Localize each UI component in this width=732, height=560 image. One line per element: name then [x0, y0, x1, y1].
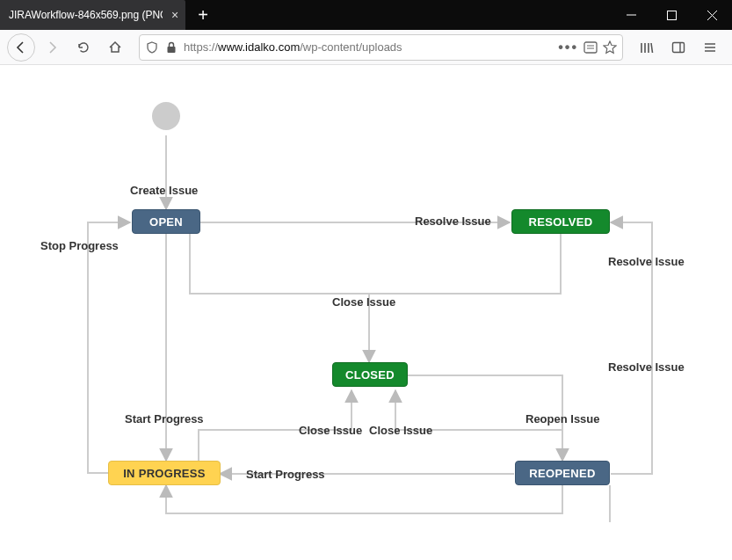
svg-rect-2 [584, 42, 597, 53]
shield-icon[interactable] [145, 40, 159, 55]
tab-title: JIRAWorkflow-846x569.png (PNG Im [9, 9, 163, 21]
edge-resolve-issue-2: Resolve Issue [608, 255, 685, 268]
url-text: https://www.idalko.com/wp-content/upload… [184, 40, 402, 54]
state-reopened: REOPENED [515, 461, 610, 485]
plus-icon: + [198, 5, 208, 25]
workflow-diagram [0, 65, 732, 560]
close-icon[interactable]: × [171, 8, 178, 22]
page-content: OPEN RESOLVED CLOSED IN PROGRESS REOPENE… [0, 65, 732, 560]
lock-icon[interactable] [164, 40, 178, 55]
new-tab-button[interactable]: + [185, 0, 221, 30]
state-resolved: RESOLVED [511, 209, 610, 234]
minimize-button[interactable] [611, 0, 651, 30]
page-actions-icon[interactable]: ••• [558, 40, 578, 55]
window-controls [611, 0, 732, 30]
edge-close-issue-1: Close Issue [332, 295, 395, 309]
reader-mode-icon[interactable] [583, 40, 598, 55]
close-window-button[interactable] [692, 0, 732, 30]
edge-create-issue: Create Issue [130, 184, 198, 197]
forward-button[interactable] [37, 33, 67, 62]
svg-rect-0 [667, 11, 676, 19]
maximize-button[interactable] [651, 0, 692, 30]
bookmark-star-icon[interactable] [603, 40, 617, 55]
home-button[interactable] [100, 33, 130, 62]
browser-toolbar: https://www.idalko.com/wp-content/upload… [0, 30, 732, 65]
titlebar-drag-area [221, 0, 611, 30]
edge-close-issue-2: Close Issue [299, 424, 362, 437]
sidebar-button[interactable] [663, 33, 693, 62]
edge-start-progress-2: Start Progress [246, 468, 325, 481]
state-closed: CLOSED [332, 362, 408, 387]
library-button[interactable] [632, 33, 662, 62]
edge-resolve-issue-3: Resolve Issue [608, 360, 685, 374]
window-titlebar: JIRAWorkflow-846x569.png (PNG Im × + [0, 0, 732, 30]
svg-rect-1 [168, 47, 176, 53]
edge-close-issue-3: Close Issue [369, 424, 432, 437]
svg-rect-3 [673, 42, 685, 52]
app-menu-button[interactable] [695, 33, 725, 62]
address-bar[interactable]: https://www.idalko.com/wp-content/upload… [139, 34, 623, 61]
reload-button[interactable] [69, 33, 98, 62]
browser-tab[interactable]: JIRAWorkflow-846x569.png (PNG Im × [0, 0, 185, 30]
state-in-progress: IN PROGRESS [108, 461, 221, 485]
edge-reopen-issue: Reopen Issue [525, 412, 600, 425]
edge-start-progress-1: Start Progress [125, 412, 204, 425]
edge-resolve-issue-1: Resolve Issue [415, 215, 491, 228]
start-node [152, 102, 180, 130]
state-open: OPEN [132, 209, 200, 234]
back-button[interactable] [7, 33, 35, 62]
edge-stop-progress: Stop Progress [40, 239, 119, 252]
